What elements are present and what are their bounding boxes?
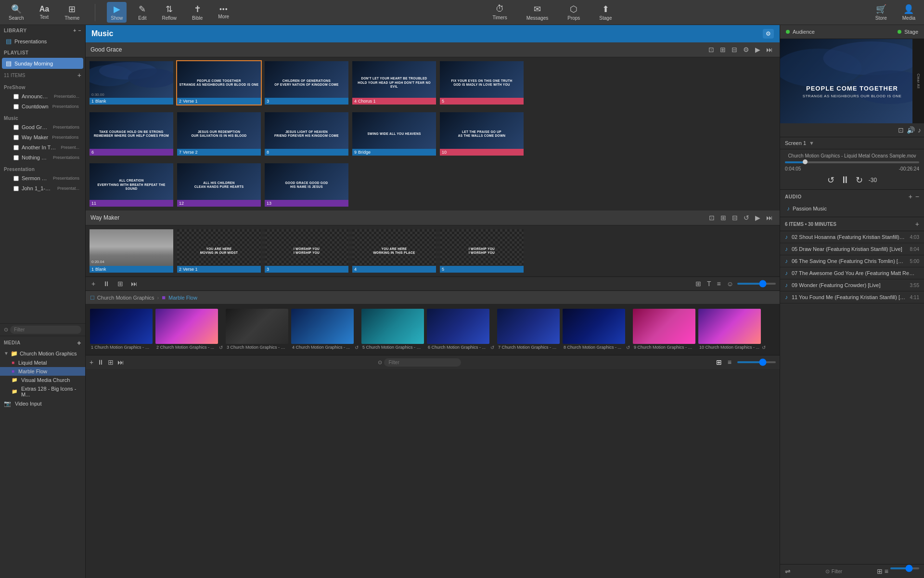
extras-item[interactable]: 📁 Extras 128 - Big Icons - M... (0, 384, 85, 399)
media-item-7[interactable]: 7 Church Motion Graphics - Ma... (497, 308, 560, 351)
way-maker-grid-btn[interactable]: ⊟ (730, 213, 740, 223)
next-slide-btn[interactable]: ⏭ (129, 279, 140, 289)
slide-7[interactable]: S JESUS OUR REDEMPTIONOUR SALVATION IS I… (176, 111, 262, 157)
marble-flow-item[interactable]: ■ Marble Flow (0, 367, 85, 376)
way-maker-play-btn[interactable]: ▶ (753, 213, 762, 223)
media-button[interactable]: 👤 Media (898, 2, 919, 23)
media-add-btn[interactable]: + (90, 358, 93, 366)
media-item-3[interactable]: 3 Church Motion Graphics - Ma... (225, 308, 289, 351)
library-add-icon[interactable]: + (73, 28, 76, 33)
john-item[interactable]: John 1_1-3 (ASB) Presentat... (2, 184, 83, 193)
visual-media-item[interactable]: 📁 Visual Media Church (0, 376, 85, 384)
good-grace-grid-btn[interactable]: ⊟ (730, 45, 739, 54)
way-maker-next-btn[interactable]: ⏭ (764, 213, 775, 223)
props-button[interactable]: ⬡ Props (564, 2, 584, 23)
list-view-btn[interactable]: ≡ (715, 279, 723, 289)
presentations-item[interactable]: ▤ Presentations (2, 36, 83, 47)
slide-12[interactable]: ALL HIS CHILDRENCLEAN HANDS PURE HEARTS … (176, 162, 262, 208)
video-input-item[interactable]: 📷 Video Input (0, 399, 85, 408)
playlist-item-6[interactable]: ♪ 11 You Found Me (Featuring Kristian St… (780, 291, 924, 303)
slide-2[interactable]: A PEOPLE COME TOGETHERSTRANGE AS NEIGHBO… (176, 60, 262, 105)
slide-9[interactable]: B SWING WIDE ALL YOU HEAVENS 9 Bridge (351, 111, 437, 157)
rb-slider[interactable] (890, 567, 919, 569)
store-button[interactable]: 🛒 Store (872, 2, 891, 23)
wm-slide-5[interactable]: I WORSHIP YOUI WORSHIP YOU 5 (439, 228, 525, 274)
more-button[interactable]: ••• More (214, 3, 233, 21)
library-collapse-icon[interactable]: − (78, 28, 81, 33)
player-pause-btn[interactable]: ⏸ (840, 174, 850, 185)
announcements-checkbox[interactable] (13, 94, 19, 99)
media-item-9[interactable]: 9 Church Motion Graphics - Ma... (632, 308, 696, 351)
rp-speaker-icon[interactable]: 🔊 (907, 126, 915, 134)
playlist-item-1[interactable]: ♪ 02 Shout Hosanna (Featuring Kristian S… (780, 231, 924, 243)
refresh-icon-8[interactable]: ↺ (626, 345, 630, 350)
way-maker-expand-btn[interactable]: ⊞ (719, 213, 728, 223)
refresh-icon-6[interactable]: ↺ (490, 345, 494, 350)
slide-8[interactable]: JESUS LIGHT OF HEAVENFRIEND FOREVER HIS … (264, 111, 349, 157)
media-item-2[interactable]: 2 Church Motion Graphics - ... ↺ (155, 308, 223, 351)
screen-chevron-icon[interactable]: ▼ (809, 140, 814, 146)
player-progress-bar[interactable] (785, 161, 919, 163)
nothing-else-item[interactable]: Nothing Else Presentations (2, 153, 83, 162)
way-maker-loop-btn[interactable]: ↺ (742, 213, 751, 223)
media-item-1[interactable]: 1 Church Motion Graphics - Ma... (90, 308, 153, 351)
audio-item[interactable]: ♪ Passion Music (785, 203, 919, 214)
timers-button[interactable]: ⏱ Timers (488, 2, 511, 23)
rp-screen-icon[interactable]: ⊡ (898, 126, 904, 134)
zoom-slider[interactable] (737, 283, 776, 285)
wm-slide-3[interactable]: I WORSHIP YOUI WORSHIP YOU 3 (264, 228, 349, 274)
media-add-button[interactable]: + (77, 339, 81, 347)
music-gear-button[interactable]: ⚙ (763, 29, 774, 39)
rb-list-btn[interactable]: ≡ (885, 567, 888, 575)
breadcrumb-church[interactable]: Church Motion Graphics (97, 295, 154, 301)
nothing-else-checkbox[interactable] (13, 155, 19, 160)
sunday-morning-item[interactable]: ▤ Sunday Morning (2, 58, 83, 69)
way-maker-screen-btn[interactable]: ⊡ (707, 213, 717, 223)
messages-button[interactable]: ✉ Messages (523, 2, 552, 23)
wm-slide-1[interactable]: 0:20.04 1 Blank (89, 228, 174, 274)
media-zoom-slider[interactable] (737, 361, 776, 363)
sermon-points-item[interactable]: Sermon Points Presentations (2, 173, 83, 183)
refresh-icon-4[interactable]: ↺ (355, 345, 359, 350)
refresh-icon-10[interactable]: ↺ (762, 345, 766, 350)
sermon-points-checkbox[interactable] (13, 176, 19, 181)
another-fire-item[interactable]: Another In The Fire Present... (2, 143, 83, 152)
slide-6[interactable]: TAKE COURAGE HOLD ON BE STRONGREMEMBER W… (89, 111, 174, 157)
player-rewind-btn[interactable]: ↺ (827, 175, 834, 185)
bible-button[interactable]: ✝ Bible (188, 2, 206, 23)
slide-11[interactable]: ALL CREATIONEVERYTHING WITH BREATH REPEA… (89, 162, 174, 208)
good-grace-play-btn[interactable]: ▶ (753, 45, 762, 54)
another-fire-checkbox[interactable] (13, 145, 19, 150)
good-grace-settings-btn[interactable]: ⚙ (741, 45, 751, 54)
good-grace-checkbox[interactable] (13, 125, 19, 130)
add-slide-btn[interactable]: + (90, 279, 97, 289)
countdown-checkbox[interactable] (13, 104, 19, 109)
way-maker-checkbox[interactable] (13, 135, 19, 140)
slide-13[interactable]: GOOD GRACE GOOD GODHIS NAME IS JESUS 13 (264, 162, 349, 208)
media-item-5[interactable]: 5 Church Motion Graphics - Ma... (361, 308, 424, 351)
playlist-item-3[interactable]: ♪ 06 The Saving One (Featuring Chris Tom… (780, 255, 924, 267)
rb-grid-btn[interactable]: ⊞ (877, 567, 883, 575)
slide-10[interactable]: LET THE PRAISE GO UPAS THE WALLS COME DO… (439, 111, 525, 157)
refresh-icon-2[interactable]: ↺ (219, 345, 223, 350)
stage-button[interactable]: ⬆ Stage (595, 2, 616, 23)
breadcrumb-marble[interactable]: Marble Flow (168, 295, 197, 301)
slide-1[interactable]: 0:30.00 1 Blank (89, 60, 174, 105)
media-filter-input[interactable] (384, 358, 461, 367)
grid-view-toggle[interactable]: ⊞ (714, 357, 724, 367)
playlist-item-2[interactable]: ♪ 05 Draw Near (Featuring Kristian Stanf… (780, 243, 924, 255)
audio-minus-btn[interactable]: − (915, 193, 919, 200)
good-grace-item[interactable]: Good Grace Presentations (2, 122, 83, 132)
clear-all-button[interactable]: Clear All (912, 39, 924, 123)
rp-music-icon[interactable]: ♪ (918, 126, 921, 134)
list-view-toggle[interactable]: ≡ (726, 357, 733, 367)
good-grace-screen-btn[interactable]: ⊡ (706, 45, 716, 54)
pause-btn[interactable]: ⏸ (101, 279, 112, 289)
liquid-metal-item[interactable]: ■ Liquid Metal (0, 358, 85, 367)
way-maker-item[interactable]: Way Maker Presentations (2, 132, 83, 142)
text-view-btn[interactable]: T (705, 279, 713, 289)
theme-button[interactable]: ⊞ Theme (61, 2, 83, 23)
wm-slide-2[interactable]: A YOU ARE HEREMOVING IN OUR MIDST 2 Vers… (176, 228, 262, 274)
player-forward-btn[interactable]: ↻ (856, 175, 863, 185)
slide-5[interactable]: FIX YOUR EYES ON THIS ONE TRUTHGOD IS MA… (439, 60, 525, 105)
